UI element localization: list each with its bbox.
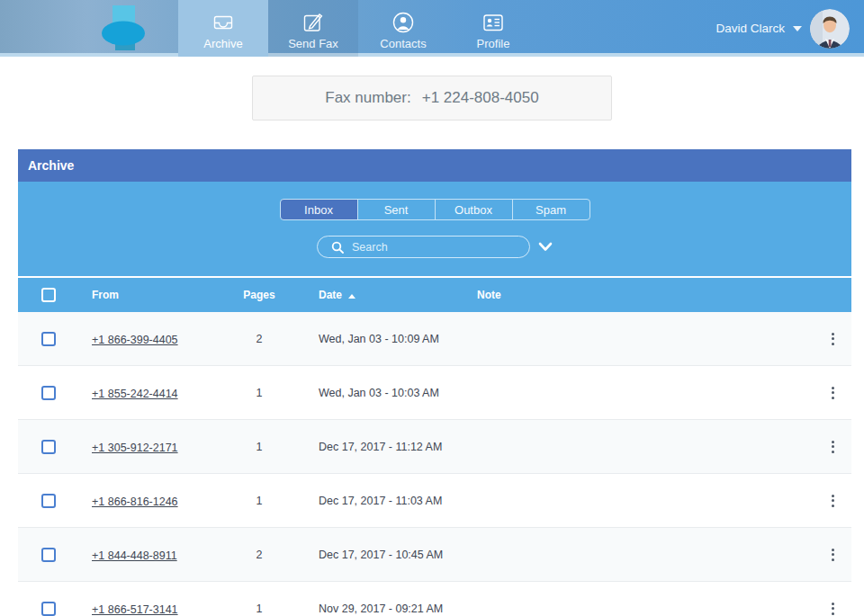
row-checkbox[interactable] [41, 494, 56, 508]
column-header-pages[interactable]: Pages [243, 289, 274, 301]
fax-date: Dec 17, 2017 - 10:45 AM [301, 549, 452, 561]
nav-item-archive[interactable]: Archive [178, 0, 268, 57]
table-row: +1 866-816-1246 1 Dec 17, 2017 - 11:03 A… [18, 474, 851, 528]
fax-from-link[interactable]: +1 866-399-4405 [92, 334, 178, 346]
fax-from-link[interactable]: +1 866-816-1246 [92, 495, 178, 508]
id-card-icon [482, 11, 505, 34]
top-nav: Archive Send Fax Contacts [0, 0, 864, 57]
row-menu-button[interactable] [832, 603, 834, 615]
fax-date: Wed, Jan 03 - 10:09 AM [301, 333, 452, 345]
chevron-down-icon [793, 26, 802, 31]
panel-header: Archive [18, 149, 851, 182]
search-box[interactable] [317, 236, 530, 258]
fax-logo-icon [101, 5, 146, 54]
fax-number-value: +1 224-808-4050 [422, 89, 539, 107]
app-logo[interactable] [101, 5, 146, 54]
column-header-date[interactable]: Date [301, 289, 452, 301]
search-options-chevron-icon[interactable] [538, 242, 553, 252]
nav-tabs: Archive Send Fax Contacts [178, 0, 538, 57]
fax-from-link[interactable]: +1 305-912-2171 [92, 442, 178, 454]
panel-title: Archive [28, 158, 74, 173]
table-row: +1 844-448-8911 2 Dec 17, 2017 - 10:45 A… [18, 528, 851, 582]
table-header: From Pages Date Note [18, 278, 851, 312]
table-row: +1 866-399-4405 2 Wed, Jan 03 - 10:09 AM [18, 312, 851, 366]
search-row [317, 236, 553, 258]
fax-pages: 1 [256, 387, 263, 399]
tab-spam[interactable]: Spam [512, 199, 590, 220]
row-menu-button[interactable] [832, 333, 834, 345]
nav-item-send-fax[interactable]: Send Fax [268, 0, 358, 57]
compose-pencil-icon [302, 11, 325, 34]
row-checkbox[interactable] [41, 548, 56, 562]
nav-item-profile[interactable]: Profile [448, 0, 538, 57]
select-all-checkbox[interactable] [41, 288, 56, 302]
fax-pages: 1 [256, 441, 263, 453]
fax-from-link[interactable]: +1 855-242-4414 [92, 388, 178, 400]
table-row: +1 866-517-3141 1 Nov 29, 2017 - 09:21 A… [18, 582, 851, 616]
fax-from-link[interactable]: +1 844-448-8911 [92, 549, 177, 562]
user-name: David Clarck [716, 22, 785, 35]
row-checkbox[interactable] [41, 332, 56, 346]
fax-date: Dec 17, 2017 - 11:03 AM [301, 495, 452, 507]
sort-asc-icon [348, 294, 356, 299]
row-checkbox[interactable] [41, 602, 56, 616]
nav-item-label: Profile [477, 37, 510, 50]
fax-date: Dec 17, 2017 - 11:12 AM [301, 441, 452, 453]
row-menu-button[interactable] [832, 495, 834, 507]
avatar-photo [810, 9, 850, 49]
row-checkbox[interactable] [41, 386, 56, 400]
fax-date: Nov 29, 2017 - 09:21 AM [301, 603, 452, 615]
avatar[interactable] [810, 9, 850, 49]
fax-date: Wed, Jan 03 - 10:03 AM [301, 387, 452, 399]
fax-pages: 2 [256, 549, 263, 561]
tab-inbox[interactable]: Inbox [280, 199, 358, 220]
fax-number-banner: Fax number: +1 224-808-4050 [252, 76, 612, 121]
row-checkbox[interactable] [41, 440, 56, 454]
tab-outbox[interactable]: Outbox [435, 199, 513, 220]
inbox-tray-icon [212, 11, 235, 34]
fax-from-link[interactable]: +1 866-517-3141 [92, 603, 178, 616]
folder-tabs: Inbox Sent Outbox Spam [280, 199, 590, 220]
search-input[interactable] [352, 241, 505, 254]
column-header-from[interactable]: From [92, 289, 218, 301]
nav-item-label: Send Fax [288, 37, 338, 50]
nav-item-label: Archive [203, 37, 242, 50]
user-menu[interactable]: David Clarck [716, 0, 850, 57]
table-row: +1 305-912-2171 1 Dec 17, 2017 - 11:12 A… [18, 420, 851, 474]
panel-toolbar: Inbox Sent Outbox Spam [18, 182, 851, 276]
fax-pages: 1 [256, 495, 263, 507]
fax-pages: 2 [256, 333, 263, 345]
nav-item-label: Contacts [380, 37, 426, 50]
person-circle-icon [392, 11, 415, 34]
tab-sent[interactable]: Sent [357, 199, 436, 220]
search-icon [331, 241, 344, 254]
column-header-note[interactable]: Note [452, 289, 814, 301]
nav-item-contacts[interactable]: Contacts [358, 0, 448, 57]
row-menu-button[interactable] [832, 549, 834, 561]
archive-panel: Archive Inbox Sent Outbox Spam From [18, 149, 851, 616]
fax-number-label: Fax number: [325, 89, 410, 107]
fax-pages: 1 [256, 603, 263, 615]
row-menu-button[interactable] [832, 387, 834, 399]
table-row: +1 855-242-4414 1 Wed, Jan 03 - 10:03 AM [18, 366, 851, 420]
row-menu-button[interactable] [832, 441, 834, 453]
